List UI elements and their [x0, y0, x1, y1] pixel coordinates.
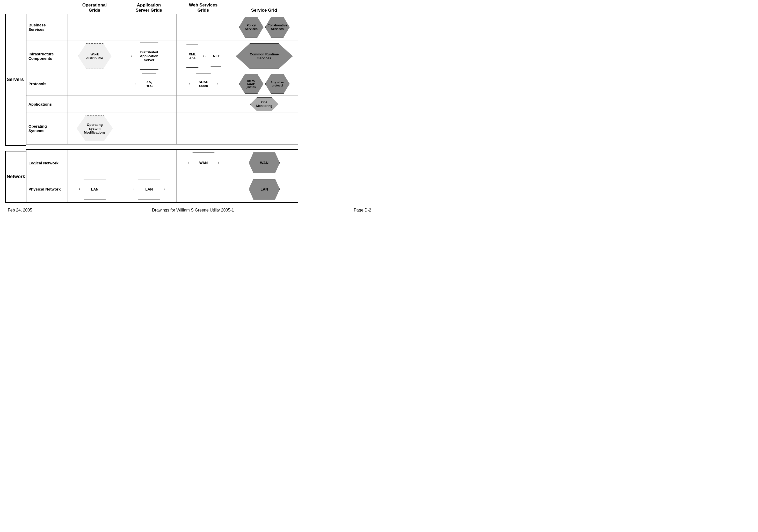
hex-lan-svc: LAN	[249, 179, 280, 199]
col-header-app-server: ApplicationServer Grids	[122, 3, 176, 13]
network-label: Network	[5, 151, 26, 203]
hex-xml-aps: XMLAps	[181, 45, 204, 68]
label-op-systems: OperatingSystems	[26, 113, 68, 144]
servers-label: Servers	[5, 14, 26, 146]
cell-logical-svc: WAN	[231, 150, 298, 176]
header-row: OperationalGrids ApplicationServer Grids…	[26, 3, 374, 13]
hex-dist-app-server: DistributedApplicationServer	[131, 43, 167, 70]
cell-infra-web: XMLAps .NET	[176, 40, 231, 72]
col-header-operational: OperationalGrids	[67, 3, 122, 13]
main-grid: BusinessServices PolicyServices Collabor…	[26, 14, 298, 203]
cell-proto-svc: RMIv2SOAP,jmatos Any otherprotocol	[231, 72, 298, 96]
cell-apps-svc: OpsMonitoring	[231, 96, 298, 113]
cell-biz-op	[68, 14, 122, 40]
col-header-web-services: Web ServicesGrids	[176, 3, 230, 13]
row-protocols: Protocols XA,RPC SOAPStack RMIv	[26, 72, 298, 96]
cell-infra-svc: Common RuntimeServices	[231, 40, 298, 72]
cell-apps-op	[68, 96, 122, 113]
cell-biz-web	[176, 14, 231, 40]
row-infra: InfrastructureComponents Workdistributor…	[26, 40, 298, 72]
hex-os-mods: OperatingsystemModifications	[77, 116, 113, 141]
left-labels: Servers Network	[5, 14, 26, 203]
row-operating-systems: OperatingSystems OperatingsystemModifica…	[26, 113, 298, 144]
hex-ops-monitoring: OpsMonitoring	[250, 97, 279, 111]
hex-any-other-protocol: Any otherprotocol	[265, 74, 290, 94]
hex-xa-rpc: XA,RPC	[135, 74, 163, 94]
cell-proto-app: XA,RPC	[122, 72, 176, 96]
hex-common-runtime: Common RuntimeServices	[236, 43, 293, 69]
label-physical-network: Physical Network	[26, 176, 68, 202]
row-logical-network: Logical Network WAN WAN	[26, 150, 298, 176]
cell-proto-web: SOAPStack	[176, 72, 231, 96]
cell-infra-app: DistributedApplicationServer	[122, 40, 176, 72]
col-header-service-grid: Service Grid	[230, 8, 298, 13]
cell-opsys-op: OperatingsystemModifications	[68, 113, 122, 144]
row-gap	[26, 144, 298, 149]
cell-logical-app	[122, 150, 176, 176]
cell-physical-app: LAN	[122, 176, 176, 202]
row-biz-services: BusinessServices PolicyServices Collabor…	[26, 14, 298, 40]
cell-apps-web	[176, 96, 231, 113]
cell-biz-app	[122, 14, 176, 40]
cell-physical-web	[176, 176, 231, 202]
label-logical-network: Logical Network	[26, 150, 68, 176]
hex-wan-web: WAN	[188, 153, 219, 173]
cell-logical-web: WAN	[176, 150, 231, 176]
label-applications: Applications	[26, 96, 68, 113]
hex-wan-svc: WAN	[249, 153, 280, 173]
cell-opsys-web	[176, 113, 231, 144]
label-infra: InfrastructureComponents	[26, 40, 68, 72]
hex-lan-app: LAN	[134, 179, 165, 199]
cell-proto-op	[68, 72, 122, 96]
footer-page: Page D-2	[354, 208, 371, 213]
gap-row	[26, 144, 298, 149]
hex-policy-services: PolicyServices	[239, 17, 263, 38]
hex-lan-op: LAN	[79, 179, 110, 199]
hex-work-distributor: Workdistributor	[78, 43, 112, 69]
cell-logical-op	[68, 150, 122, 176]
footer-title: Drawings for William S Greene Utility 20…	[152, 208, 234, 213]
cell-physical-op: LAN	[68, 176, 122, 202]
cell-opsys-svc	[231, 113, 298, 144]
label-protocols: Protocols	[26, 72, 68, 96]
hex-dot-net: .NET	[206, 46, 226, 66]
cell-physical-svc: LAN	[231, 176, 298, 202]
cell-biz-svc: PolicyServices CollaborativeServices	[231, 14, 298, 40]
hex-collaborative-services: CollaborativeServices	[265, 17, 290, 38]
cell-apps-app	[122, 96, 176, 113]
cell-infra-op: Workdistributor	[68, 40, 122, 72]
cell-opsys-app	[122, 113, 176, 144]
footer-date: Feb 24, 2005	[8, 208, 32, 213]
label-biz-services: BusinessServices	[26, 14, 68, 40]
hex-rmiv2-soap: RMIv2SOAP,jmatos	[239, 74, 263, 94]
gap-label	[5, 146, 26, 151]
row-applications: Applications OpsMonitoring	[26, 96, 298, 113]
footer: Feb 24, 2005 Drawings for William S Gree…	[5, 208, 374, 213]
row-physical-network: Physical Network LAN LAN LAN	[26, 176, 298, 202]
page-container: OperationalGrids ApplicationServer Grids…	[0, 0, 379, 266]
main-layout: Servers Network BusinessServices	[5, 14, 374, 203]
hex-soap-stack: SOAPStack	[189, 74, 218, 94]
